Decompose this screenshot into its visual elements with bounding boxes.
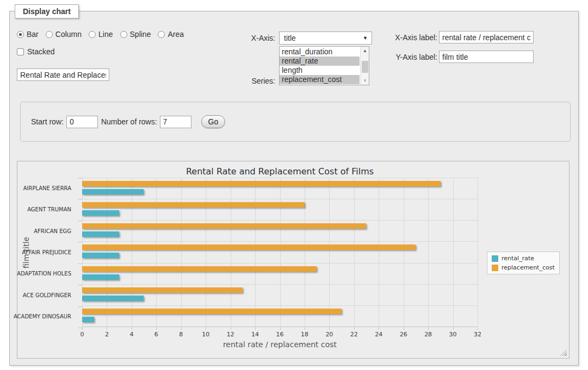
series-listbox[interactable]: rental_durationrental_ratelengthreplacem… [279,46,369,85]
radio-icon [46,31,53,38]
radio-icon [89,31,96,38]
x-tick-label: 28 [417,331,439,338]
bar-rental_rate[interactable] [82,317,94,322]
x-tick-label: 18 [294,331,315,338]
series-option-replacement_cost[interactable]: replacement_cost [280,75,360,84]
y-tick-mark [78,264,82,264]
radio-label: Bar [27,30,39,39]
bar-rental_rate[interactable] [82,210,119,216]
chart-type-radio-area[interactable]: Area [158,30,184,39]
category-label: AGENT TRUMAN [17,199,77,220]
x-axis-label-label: X-Axis label: [350,33,437,42]
radio-icon [17,31,24,38]
chart-type-radio-bar[interactable]: Bar [17,30,39,39]
x-tick-mark [428,328,429,330]
x-tick-mark [280,328,281,330]
bar-rental_rate[interactable] [82,253,119,258]
y-axis-label-label: Y-Axis label: [350,53,437,61]
num-rows-label: Number of rows: [101,117,157,126]
chart-x-tick-marks [82,328,478,330]
chart-category-row [82,199,478,220]
series-option-rental_rate[interactable]: rental_rate [280,57,360,66]
chart-legend: rental_ratereplacement_cost [487,252,560,274]
y-axis-label-input[interactable] [439,51,534,63]
chart-title-input[interactable] [17,68,109,81]
x-tick-label: 32 [467,331,488,338]
x-tick-mark [478,328,478,330]
chart-x-axis-title: rental rate / replacement cost [82,340,478,349]
x-tick-label: 16 [269,331,291,338]
x-tick-label: 4 [121,331,143,338]
series-option-rental_duration[interactable]: rental_duration [280,47,360,57]
series-options: rental_durationrental_ratelengthreplacem… [280,47,360,84]
x-axis-select-label: X-Axis: [189,34,275,42]
bar-rental_rate[interactable] [82,296,144,301]
bar-replacement_cost[interactable] [82,181,441,186]
legend-swatch [492,265,498,271]
chart-type-radios: BarColumnLineSplineArea [17,30,191,39]
stacked-checkbox-row[interactable]: Stacked [17,47,55,56]
bar-rental_rate[interactable] [82,231,119,237]
chart-category-row [82,284,478,305]
legend-item-replacement_cost[interactable]: replacement_cost [492,264,555,271]
bar-replacement_cost[interactable] [82,223,366,229]
chart-type-radio-line[interactable]: Line [89,30,113,39]
rows-panel: Start row: Number of rows: Go [20,102,571,142]
bar-replacement_cost[interactable] [82,202,305,208]
x-tick-mark [453,328,454,330]
scrollbar-thumb[interactable] [362,61,368,73]
x-tick-mark [181,328,182,330]
chart-category-row [82,178,478,199]
chart-category-row [82,241,478,262]
radio-label: Column [55,30,82,39]
panel-legend: Display chart [15,4,79,18]
go-button[interactable]: Go [201,115,226,128]
x-tick-label: 26 [393,331,414,338]
start-row-input[interactable] [66,116,98,128]
legend-swatch [492,255,498,262]
radio-label: Line [98,30,113,39]
x-tick-mark [354,328,355,330]
x-tick-mark [132,328,132,330]
bar-replacement_cost[interactable] [82,244,416,250]
chart-type-radio-spline[interactable]: Spline [120,30,151,39]
bar-rental_rate[interactable] [82,274,119,280]
x-tick-label: 20 [318,331,340,338]
category-label: AFRICAN EGG [17,221,77,242]
chart-title: Rental Rate and Replacement Cost of Film… [82,166,478,177]
bar-rental_rate[interactable] [82,189,144,195]
series-option-length[interactable]: length [280,66,360,75]
radio-icon [158,31,165,38]
x-tick-mark [329,328,330,330]
display-chart-panel-content: BarColumnLineSplineArea Stacked X-Axis: … [9,11,579,366]
y-tick-mark [78,199,82,199]
chart-y-tick-marks [78,178,82,328]
legend-item-rental_rate[interactable]: rental_rate [492,255,555,262]
x-tick-label: 8 [170,331,192,338]
stacked-label: Stacked [27,47,55,56]
y-tick-mark [78,178,82,178]
chart-x-tick-labels: 02468101214161820222426283032 [82,331,478,338]
gridline [478,178,478,327]
x-tick-label: 12 [220,331,242,338]
y-tick-mark [78,285,82,285]
x-tick-label: 30 [442,331,464,338]
scroll-down-icon[interactable]: ▼ [361,77,369,85]
num-rows-input[interactable] [160,116,191,128]
x-tick-label: 22 [343,331,365,338]
category-label: ACADEMY DINOSAUR [17,306,77,327]
resize-grip-icon[interactable] [560,349,567,356]
stacked-checkbox[interactable] [17,48,24,55]
chart-category-row [82,305,478,327]
x-tick-mark [107,328,107,330]
x-axis-label-input[interactable] [439,31,534,43]
bar-replacement_cost[interactable] [82,309,342,314]
x-tick-label: 6 [145,331,167,338]
chart-type-radio-column[interactable]: Column [46,30,82,39]
y-tick-mark [78,242,82,242]
bar-replacement_cost[interactable] [82,287,243,293]
chart-category-row [82,220,478,241]
x-tick-label: 0 [71,331,93,338]
y-tick-mark [78,328,82,328]
bar-replacement_cost[interactable] [82,266,317,272]
